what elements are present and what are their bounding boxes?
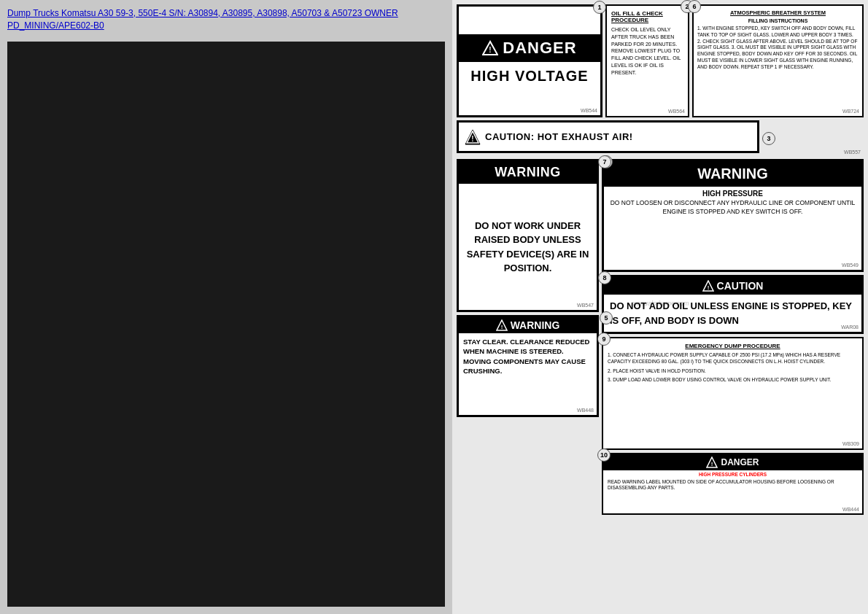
emergency-item1: 1. CONNECT A HYDRAULIC POWER SUPPLY CAPA… xyxy=(608,352,858,365)
document-title[interactable]: Dump Trucks Komatsu A30 59-3, 550E-4 S/N… xyxy=(7,7,445,32)
label-warning-clear: ! WARNING STAY CLEAR. CLEARANCE REDUCED … xyxy=(457,315,599,417)
svg-text:!: ! xyxy=(500,324,503,330)
warning-clear-triangle-icon: ! xyxy=(496,319,508,331)
label-danger-cylinders: ! DANGER HIGH PRESSURE CYLINDERS READ WA… xyxy=(602,453,864,515)
label-number-8: 8 xyxy=(598,271,611,284)
label10-code: WB444 xyxy=(842,507,859,512)
label-oil-fill: OIL FILL & CHECK PROCEDURE CHECK OIL LEV… xyxy=(605,4,689,117)
label2-code: WB564 xyxy=(668,109,685,114)
oil-fill-body: CHECK OIL LEVEL ONLY AFTER TRUCK HAS BEE… xyxy=(611,26,683,77)
atmo-subtitle: FILLING INSTRUCTIONS xyxy=(697,18,859,23)
svg-text:!: ! xyxy=(711,461,713,467)
danger-cyl-triangle-icon: ! xyxy=(706,456,718,468)
label-number-1: 1 xyxy=(593,1,606,14)
label-emergency: EMERGENCY DUMP PROCEDURE 1. CONNECT A HY… xyxy=(602,337,864,450)
danger-cyl-title: HIGH PRESSURE CYLINDERS xyxy=(603,470,862,478)
caution-header: ! CAUTION xyxy=(604,277,861,295)
caution-triangle-icon: ! xyxy=(465,129,481,145)
danger-cyl-header-text: DANGER xyxy=(721,457,759,467)
caution-header-text: CAUTION xyxy=(717,280,764,292)
emergency-title: EMERGENCY DUMP PROCEDURE xyxy=(608,343,858,349)
emergency-item3: 3. DUMP LOAD AND LOWER BODY USING CONTRO… xyxy=(608,377,858,384)
label-number-9: 9 xyxy=(597,333,611,346)
label-caution-oil: ! CAUTION DO NOT ADD OIL UNLESS ENGINE I… xyxy=(602,275,864,334)
label8-code: WAR08 xyxy=(841,325,859,330)
label-warning-raise: WARNING DO NOT WORK UNDER RAISED BODY UN… xyxy=(457,159,599,312)
danger-cyl-header: ! DANGER xyxy=(603,454,862,470)
label3-code: WB557 xyxy=(844,149,861,155)
label9-code: WB309 xyxy=(842,441,859,446)
label-warning-pressure: WARNING HIGH PRESSURE DO NOT LOOSEN OR D… xyxy=(602,159,864,272)
caution-oil-triangle-icon: ! xyxy=(702,280,714,292)
atmo-body: 1. WITH ENGINE STOPPED, KEY SWITCH OFF A… xyxy=(697,26,859,70)
label-hot-exhaust: ! CAUTION: HOT EXHAUST AIR! WB557 xyxy=(457,120,759,153)
left-panel: Dump Trucks Komatsu A30 59-3, 550E-4 S/N… xyxy=(0,0,452,614)
warning-pressure-title: HIGH PRESSURE xyxy=(604,187,861,199)
danger-bar: ! DANGER xyxy=(459,34,600,62)
right-panel: ! DANGER HIGH VOLTAGE WB544 1 OIL FILL &… xyxy=(452,0,868,614)
label-number-10: 10 xyxy=(597,448,611,462)
svg-text:!: ! xyxy=(707,284,709,291)
danger-cyl-body: READ WARNING LABEL MOUNTED ON SIDE OF AC… xyxy=(603,478,862,493)
label-danger-voltage: ! DANGER HIGH VOLTAGE WB544 1 xyxy=(457,4,602,117)
label-atmospheric: ATMOSPHERIC BREATHER SYSTEM FILLING INST… xyxy=(692,4,864,117)
caution-exhaust-text: CAUTION: HOT EXHAUST AIR! xyxy=(485,131,633,142)
label1-code: WB544 xyxy=(581,108,597,113)
label-number-3: 3 xyxy=(762,132,775,145)
label5-code: WB448 xyxy=(577,408,594,413)
danger-text: DANGER xyxy=(503,39,576,58)
atmo-title: ATMOSPHERIC BREATHER SYSTEM xyxy=(697,9,859,16)
label6-code: WB724 xyxy=(842,109,859,114)
warning-clear-title: WARNING xyxy=(511,319,560,331)
warning-clear-body: STAY CLEAR. CLEARANCE REDUCED WHEN MACHI… xyxy=(459,333,597,415)
oil-fill-title: OIL FILL & CHECK PROCEDURE xyxy=(611,10,683,23)
svg-text:!: ! xyxy=(489,46,492,54)
warning-pressure-body: DO NOT LOOSEN OR DISCONNECT ANY HYDRAULI… xyxy=(604,199,861,219)
caution-body-text: DO NOT ADD OIL UNLESS ENGINE IS STOPPED,… xyxy=(604,295,861,332)
emergency-item2: 2. PLACE HOIST VALVE IN HOLD POSITION. xyxy=(608,368,858,375)
warning-clear-header: ! WARNING xyxy=(459,317,597,333)
content-area xyxy=(7,42,445,607)
label-number-7: 7 xyxy=(598,155,611,168)
label-number-5: 5 xyxy=(600,311,613,325)
label4-code: WB547 xyxy=(577,303,594,308)
warning-pressure-header: WARNING xyxy=(604,161,861,187)
label7-code: WB549 xyxy=(842,263,859,268)
triangle-warning-icon: ! xyxy=(482,40,498,56)
high-voltage-text: HIGH VOLTAGE xyxy=(468,62,591,88)
warning-raise-header: WARNING xyxy=(459,161,597,184)
label-number-6: 6 xyxy=(688,0,701,13)
svg-text:!: ! xyxy=(471,135,473,143)
warning-raise-body: DO NOT WORK UNDER RAISED BODY UNLESS SAF… xyxy=(463,219,592,276)
